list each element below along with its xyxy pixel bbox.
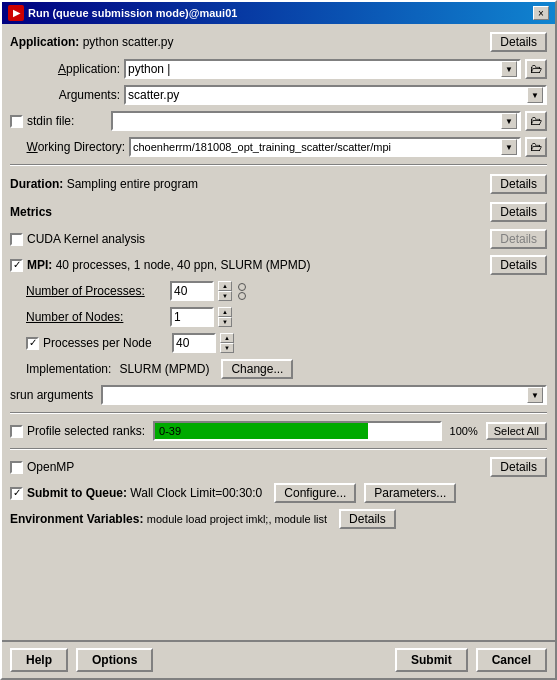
close-button[interactable]: ×: [533, 6, 549, 20]
working-dir-folder-button[interactable]: 🗁: [525, 137, 547, 157]
cuda-checkbox[interactable]: [10, 233, 23, 246]
num-processes-up[interactable]: ▲: [218, 281, 232, 291]
implementation-value: SLURM (MPMD): [119, 362, 209, 376]
num-processes-row: Number of Processes: 40 ▲ ▼: [26, 280, 547, 302]
duration-details-button[interactable]: Details: [490, 174, 547, 194]
num-processes-label: Number of Processes:: [26, 284, 166, 298]
title-bar: ▶ Run (queue submission mode)@maui01 ×: [2, 2, 555, 24]
profile-ranks-progress: 0-39: [153, 421, 442, 441]
parameters-button[interactable]: Parameters...: [364, 483, 456, 503]
ppn-input[interactable]: 40: [172, 333, 216, 353]
openmp-label: OpenMP: [27, 460, 486, 474]
progress-fill: [155, 423, 368, 439]
mpi-details-button[interactable]: Details: [490, 255, 547, 275]
env-variables-row: Environment Variables: module load proje…: [10, 508, 547, 530]
select-all-button[interactable]: Select All: [486, 422, 547, 440]
divider-3: [10, 448, 547, 450]
profile-ranks-checkbox[interactable]: [10, 425, 23, 438]
openmp-details-button[interactable]: Details: [490, 457, 547, 477]
metrics-section: Metrics Details: [10, 200, 547, 224]
duration-label: Duration: Sampling entire program: [10, 177, 198, 191]
window-title: Run (queue submission mode)@maui01: [28, 7, 237, 19]
link-icons: [238, 283, 246, 300]
arguments-input[interactable]: scatter.py ▼: [124, 85, 547, 105]
app-details-button[interactable]: Details: [490, 32, 547, 52]
stdin-folder-button[interactable]: 🗁: [525, 111, 547, 131]
num-processes-input[interactable]: 40: [170, 281, 214, 301]
stdin-dropdown-arrow[interactable]: ▼: [501, 113, 517, 129]
configure-button[interactable]: Configure...: [274, 483, 356, 503]
working-dir-label: Working Directory:: [10, 140, 125, 154]
implementation-row: Implementation: SLURM (MPMD) Change...: [26, 358, 547, 380]
ppn-checkbox[interactable]: [26, 337, 39, 350]
divider-2: [10, 412, 547, 414]
stdin-row: stdin file: ▼ 🗁: [10, 110, 547, 132]
srun-label: srun arguments: [10, 388, 93, 402]
application-dropdown-arrow[interactable]: ▼: [501, 61, 517, 77]
bottom-right-buttons: Submit Cancel: [395, 648, 547, 672]
main-window: ▶ Run (queue submission mode)@maui01 × A…: [0, 0, 557, 680]
cuda-row: CUDA Kernel analysis Details: [10, 228, 547, 250]
cuda-label: CUDA Kernel analysis: [27, 232, 486, 246]
profile-ranks-row: Profile selected ranks: 0-39 100% Select…: [10, 420, 547, 442]
ppn-up[interactable]: ▲: [220, 333, 234, 343]
stdin-checkbox[interactable]: [10, 115, 23, 128]
bottom-bar: Help Options Submit Cancel: [2, 640, 555, 678]
srun-row: srun arguments ▼: [10, 384, 547, 406]
arguments-label: Arguments:: [10, 88, 120, 102]
help-button[interactable]: Help: [10, 648, 68, 672]
implementation-change-button[interactable]: Change...: [221, 359, 293, 379]
profile-ranks-label: Profile selected ranks:: [27, 424, 145, 438]
ppn-down[interactable]: ▼: [220, 343, 234, 353]
num-nodes-input[interactable]: 1: [170, 307, 214, 327]
stdin-folder-icon: 🗁: [530, 114, 542, 128]
link-icon-1: [238, 283, 246, 291]
stdin-label: stdin file:: [27, 114, 107, 128]
mpi-row: MPI: 40 processes, 1 node, 40 ppn, SLURM…: [10, 254, 547, 276]
app-section: Application: python scatter.py Details: [10, 30, 547, 54]
application-input[interactable]: python | ▼: [124, 59, 521, 79]
submit-queue-label: Submit to Queue: Wall Clock Limit=00:30:…: [27, 486, 262, 500]
ppn-label: Processes per Node: [43, 336, 168, 350]
srun-input[interactable]: ▼: [101, 385, 547, 405]
num-processes-down[interactable]: ▼: [218, 291, 232, 301]
ppn-row: Processes per Node 40 ▲ ▼: [26, 332, 547, 354]
stdin-input[interactable]: ▼: [111, 111, 521, 131]
progress-text: 0-39: [159, 423, 181, 439]
ppn-spinner[interactable]: ▲ ▼: [220, 333, 234, 353]
submit-queue-row: Submit to Queue: Wall Clock Limit=00:30:…: [10, 482, 547, 504]
arguments-row: Arguments: scatter.py ▼: [10, 84, 547, 106]
env-variables-label: Environment Variables: module load proje…: [10, 512, 327, 526]
submit-queue-checkbox[interactable]: [10, 487, 23, 500]
num-nodes-down[interactable]: ▼: [218, 317, 232, 327]
cancel-button[interactable]: Cancel: [476, 648, 547, 672]
working-dir-folder-icon: 🗁: [530, 140, 542, 154]
submit-button[interactable]: Submit: [395, 648, 468, 672]
mpi-checkbox[interactable]: [10, 259, 23, 272]
openmp-checkbox[interactable]: [10, 461, 23, 474]
application-folder-button[interactable]: 🗁: [525, 59, 547, 79]
srun-dropdown-arrow[interactable]: ▼: [527, 387, 543, 403]
application-label: Application:: [10, 62, 120, 76]
working-dir-dropdown-arrow[interactable]: ▼: [501, 139, 517, 155]
metrics-label: Metrics: [10, 205, 52, 219]
openmp-row: OpenMP Details: [10, 456, 547, 478]
folder-icon: 🗁: [530, 62, 542, 76]
app-section-value: python scatter.py: [83, 35, 174, 49]
app-section-label: Application: python scatter.py: [10, 35, 173, 49]
num-nodes-up[interactable]: ▲: [218, 307, 232, 317]
metrics-details-button[interactable]: Details: [490, 202, 547, 222]
working-dir-input[interactable]: choenherrm/181008_opt_training_scatter/s…: [129, 137, 521, 157]
main-content: Application: python scatter.py Details A…: [2, 24, 555, 640]
application-row: Application: python | ▼ 🗁: [10, 58, 547, 80]
cuda-details-button[interactable]: Details: [490, 229, 547, 249]
env-details-button[interactable]: Details: [339, 509, 396, 529]
arguments-dropdown-arrow[interactable]: ▼: [527, 87, 543, 103]
duration-section: Duration: Sampling entire program Detail…: [10, 172, 547, 196]
bottom-left-buttons: Help Options: [10, 648, 153, 672]
num-nodes-spinner[interactable]: ▲ ▼: [218, 307, 232, 327]
num-processes-spinner[interactable]: ▲ ▼: [218, 281, 232, 301]
working-dir-row: Working Directory: choenherrm/181008_opt…: [10, 136, 547, 158]
link-icon-2: [238, 292, 246, 300]
options-button[interactable]: Options: [76, 648, 153, 672]
